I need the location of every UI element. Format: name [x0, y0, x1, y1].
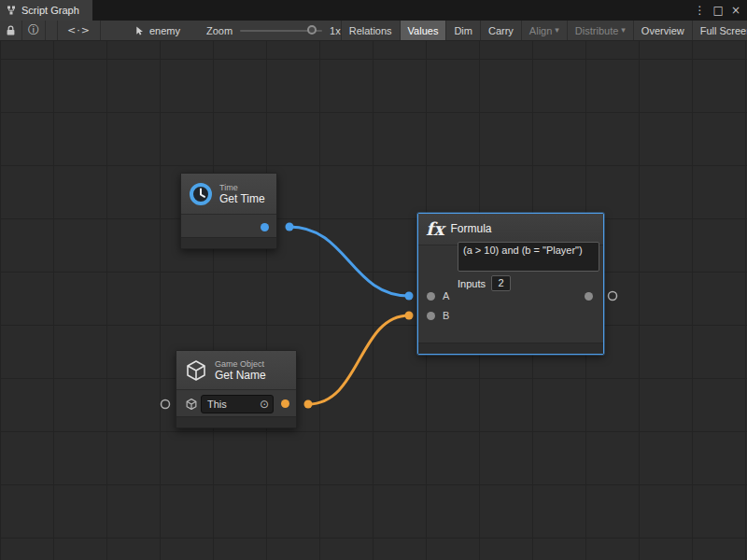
node-title: Get Time: [219, 193, 265, 205]
get-time-output-port[interactable]: [261, 223, 269, 231]
wire-endpoint-dot: [405, 312, 414, 320]
node-footer: [181, 237, 276, 248]
get-time-titles: Time Get Time: [219, 183, 265, 205]
lock-icon: [6, 25, 16, 36]
formula-row-b: B: [418, 307, 603, 327]
formula-expression-input[interactable]: (a > 10) and (b = "Player"): [458, 242, 599, 272]
formula-input-b-port[interactable]: [427, 312, 435, 320]
dim-button[interactable]: Dim: [445, 21, 480, 40]
formula-row-a: A: [418, 287, 603, 307]
graph-breadcrumb[interactable]: enemy: [134, 21, 180, 40]
node-category: Time: [219, 183, 265, 193]
relations-label: Relations: [349, 25, 392, 36]
zoom-control: Zoom 1x: [206, 21, 341, 40]
carry-label: Carry: [488, 25, 514, 36]
distribute-button[interactable]: Distribute ▾: [567, 21, 633, 40]
node-title: Formula: [451, 223, 492, 235]
values-button[interactable]: Values: [400, 21, 446, 40]
connections-layer: [0, 41, 747, 560]
kebab-menu-icon[interactable]: ⋮: [695, 5, 706, 16]
maximize-icon[interactable]: □: [713, 5, 724, 16]
formula-fx-icon: fx: [426, 220, 444, 238]
align-button[interactable]: Align ▾: [521, 21, 567, 40]
overview-button[interactable]: Overview: [633, 21, 692, 40]
get-name-target-dropdown[interactable]: This ⊙: [201, 395, 274, 413]
node-category: Game Object: [215, 359, 266, 370]
graph-canvas[interactable]: Time Get Time fx Formula (a > 10) and (b…: [0, 41, 747, 560]
formula-result-unconnected-port[interactable]: [609, 292, 617, 301]
zoom-slider[interactable]: [240, 30, 322, 32]
fullscreen-label: Full Screen: [700, 25, 747, 36]
get-time-header: Time Get Time: [181, 174, 276, 215]
toolbar-button-group: Relations Values Dim Carry Align ▾ Distr…: [341, 21, 747, 40]
node-footer: [418, 343, 603, 354]
chevron-down-icon: ▾: [621, 26, 626, 35]
relations-button[interactable]: Relations: [341, 21, 400, 40]
node-formula[interactable]: fx Formula (a > 10) and (b = "Player") I…: [417, 213, 604, 355]
info-button[interactable]: ⓘ: [22, 21, 46, 40]
zoom-value: 1x: [330, 25, 341, 36]
dim-label: Dim: [454, 25, 472, 36]
formula-output-port[interactable]: [585, 292, 593, 301]
graph-name-label: enemy: [149, 25, 180, 36]
overview-label: Overview: [641, 25, 684, 36]
zoom-label: Zoom: [206, 25, 233, 36]
fullscreen-button[interactable]: Full Screen: [692, 21, 747, 40]
wire-endpoint-dot: [304, 400, 313, 409]
formula-input-a-port[interactable]: [427, 292, 435, 301]
graph-icon: [6, 5, 17, 16]
carry-button[interactable]: Carry: [480, 21, 521, 40]
formula-header: fx Formula: [418, 214, 603, 245]
game-object-mini-cube-icon: [185, 398, 198, 411]
node-title: Get Name: [215, 370, 266, 382]
zoom-slider-handle[interactable]: [307, 25, 317, 35]
get-name-flow-unconnected-port[interactable]: [162, 400, 170, 409]
close-icon[interactable]: ×: [731, 5, 740, 16]
values-label: Values: [408, 25, 439, 36]
toolbar-spacer: [46, 21, 58, 40]
tab-title: Script Graph: [21, 5, 79, 16]
get-name-header: Game Object Get Name: [176, 351, 296, 390]
toolbar: ⓘ <·> enemy Zoom 1x Relations Values Dim…: [0, 21, 747, 41]
info-icon: ⓘ: [28, 22, 39, 38]
wire-endpoint-dot: [405, 292, 414, 301]
node-get-name[interactable]: Game Object Get Name This ⊙: [176, 350, 297, 428]
code-icon: <·>: [67, 24, 91, 36]
align-label: Align: [529, 25, 552, 36]
target-picker-icon[interactable]: ⊙: [260, 399, 269, 410]
chevron-down-icon: ▾: [555, 26, 559, 35]
titlebar-actions: ⋮ □ ×: [695, 0, 747, 21]
distribute-label: Distribute: [575, 25, 618, 36]
lock-button[interactable]: [0, 21, 22, 40]
connection-get-time-to-formula-a[interactable]: [289, 227, 409, 296]
wire-endpoint-dot: [286, 223, 294, 231]
get-name-titles: Game Object Get Name: [215, 359, 266, 382]
cube-icon: [184, 358, 208, 383]
tab-script-graph[interactable]: Script Graph: [0, 0, 92, 21]
input-a-label: A: [443, 287, 449, 305]
clock-icon: [189, 182, 213, 206]
target-value: This: [207, 399, 260, 410]
node-get-time[interactable]: Time Get Time: [180, 173, 277, 249]
node-footer: [176, 416, 296, 427]
titlebar: Script Graph ⋮ □ ×: [0, 0, 747, 21]
connection-get-name-to-formula-b[interactable]: [308, 315, 409, 404]
code-view-button[interactable]: <·>: [58, 21, 101, 40]
get-name-output-port[interactable]: [281, 399, 289, 408]
input-b-label: B: [443, 307, 449, 325]
graph-pointer-icon: [134, 25, 145, 36]
